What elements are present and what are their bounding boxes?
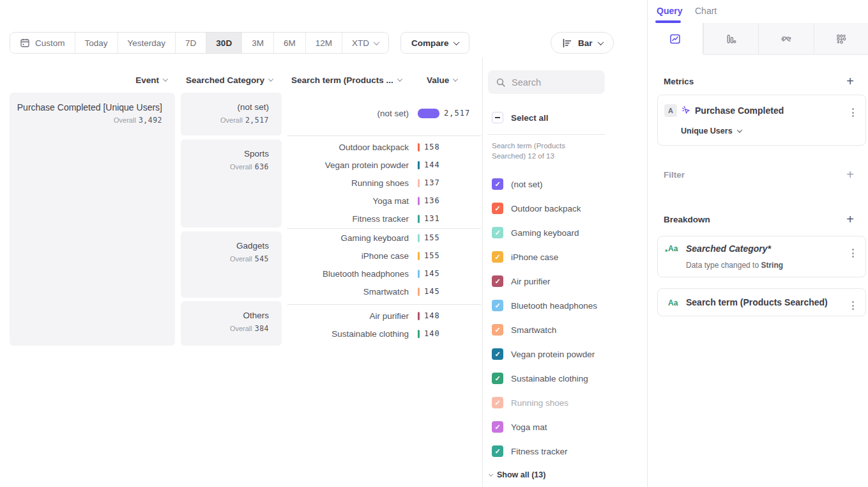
date-range-label: Yesterday: [128, 38, 166, 48]
checkbox[interactable]: ✓: [492, 373, 503, 384]
value-label: 155: [424, 233, 440, 242]
table-row: Smartwatch145: [287, 282, 479, 300]
legend-item[interactable]: ✓iPhone case: [492, 251, 558, 263]
legend-item[interactable]: ✓Smartwatch: [492, 323, 556, 336]
value-label: 145: [424, 287, 440, 296]
metric-event-name[interactable]: Purchase Completed: [695, 105, 784, 116]
date-range-label: Custom: [35, 38, 65, 48]
add-filter-button[interactable]: +: [846, 169, 854, 180]
tab-insights[interactable]: [648, 23, 703, 55]
date-range-30d-selected[interactable]: 30D: [206, 33, 241, 53]
metric-badge: A: [664, 104, 677, 117]
legend-item[interactable]: ✓Running shoes: [492, 396, 568, 409]
date-range-3m[interactable]: 3M: [241, 33, 273, 53]
checkbox[interactable]: ✓: [492, 348, 503, 360]
flows-icon: [780, 33, 793, 45]
legend-item-label: (not set): [511, 180, 543, 189]
search-term-label: Vegan protein powder: [287, 160, 409, 170]
kebab-menu-icon[interactable]: [849, 298, 857, 313]
category-cell: Gadgets Overall545: [181, 231, 282, 298]
legend-item-label: Sustainable clothing: [511, 374, 588, 383]
legend-item-label: Yoga mat: [511, 422, 547, 432]
date-range-7d[interactable]: 7D: [175, 33, 206, 53]
breakdown-card[interactable]: Aa Search term (Products Searched): [657, 288, 866, 316]
select-all-checkbox[interactable]: [492, 112, 503, 123]
column-header-category[interactable]: Searched Category: [181, 74, 273, 86]
check-icon: ✓: [494, 399, 500, 406]
add-breakdown-button[interactable]: +: [846, 213, 854, 225]
search-input[interactable]: [512, 77, 588, 88]
checkbox[interactable]: ✓: [492, 421, 503, 433]
date-range-custom[interactable]: Custom: [10, 33, 75, 53]
checkbox[interactable]: ✓: [492, 300, 503, 311]
checkbox[interactable]: ✓: [492, 251, 503, 263]
column-header-label: Search term (Products ...: [291, 75, 393, 85]
tab-retention[interactable]: [814, 23, 868, 55]
checkbox[interactable]: ✓: [492, 324, 503, 336]
column-header-event[interactable]: Event: [10, 74, 167, 86]
date-range-12m[interactable]: 12M: [305, 33, 342, 53]
chart-type-button[interactable]: Bar: [551, 32, 614, 54]
checkbox[interactable]: ✓: [492, 227, 503, 238]
legend-item[interactable]: ✓(not set): [492, 178, 543, 190]
chevron-down-icon: [373, 39, 379, 45]
table-row: iPhone case155: [287, 247, 479, 265]
bar-chart-icon: [561, 38, 572, 49]
legend-item[interactable]: ✓Outdoor backpack: [492, 202, 581, 215]
measure-dropdown[interactable]: Unique Users: [681, 127, 742, 135]
date-range-xtd[interactable]: XTD: [342, 33, 388, 53]
category-overall: Overall636: [187, 162, 269, 171]
tab-funnels[interactable]: [703, 23, 759, 55]
breakdown-card[interactable]: Aa* Searched Category* Data type changed…: [657, 236, 866, 277]
indeterminate-mark: [495, 117, 500, 118]
checkbox[interactable]: ✓: [492, 203, 503, 214]
table-row: Air purifier148: [287, 307, 479, 325]
checkbox[interactable]: ✓: [492, 445, 503, 457]
legend-item-label: iPhone case: [511, 252, 558, 262]
legend-item[interactable]: ✓Sustainable clothing: [492, 372, 588, 385]
divider: [488, 134, 605, 135]
date-range-yesterday[interactable]: Yesterday: [118, 33, 176, 53]
legend-item[interactable]: ✓Gaming keyboard: [492, 226, 579, 239]
value-bar: [418, 288, 420, 296]
compare-button[interactable]: Compare: [400, 32, 470, 54]
table-row: Yoga mat136: [287, 192, 479, 210]
check-icon: ✓: [494, 327, 500, 334]
checkbox[interactable]: ✓: [492, 275, 503, 287]
kebab-menu-icon[interactable]: [849, 246, 857, 260]
category-overall: Overall2,517: [187, 116, 269, 125]
check-icon: ✓: [494, 302, 500, 309]
metric-card[interactable]: A Purchase Completed Unique Users: [657, 95, 866, 146]
legend-item[interactable]: ✓Vegan protein powder: [492, 348, 595, 360]
kebab-menu-icon[interactable]: [849, 105, 857, 120]
tab-query[interactable]: Query: [657, 6, 682, 16]
tab-flows[interactable]: [758, 23, 814, 55]
tab-chart[interactable]: Chart: [695, 6, 717, 16]
add-metric-button[interactable]: +: [846, 75, 854, 87]
legend-item[interactable]: ✓Bluetooth headphones: [492, 299, 597, 312]
group-divider: [287, 304, 481, 305]
table-row: Sustainable clothing140: [287, 325, 479, 343]
value-label: 148: [424, 311, 440, 320]
column-header-value[interactable]: Value: [427, 74, 457, 86]
date-range-label: 12M: [316, 38, 332, 48]
show-all-button[interactable]: Show all (13): [489, 468, 545, 481]
legend-item-label: Air purifier: [511, 277, 551, 286]
checkbox[interactable]: ✓: [492, 178, 503, 190]
date-range-6m[interactable]: 6M: [273, 33, 305, 53]
date-range-today[interactable]: Today: [75, 33, 118, 53]
compare-label: Compare: [411, 38, 449, 48]
value-bar: [418, 252, 420, 260]
overall-value: 545: [255, 254, 269, 263]
legend-item[interactable]: ✓Air purifier: [492, 275, 551, 288]
category-name: Gadgets: [187, 240, 269, 252]
table-row: Running shoes137: [287, 174, 479, 192]
search-term-label: Smartwatch: [287, 287, 409, 297]
value-bar: [418, 197, 420, 205]
legend-item[interactable]: ✓Yoga mat: [492, 421, 547, 433]
select-all[interactable]: Select all: [492, 111, 549, 124]
chart-type-label: Bar: [578, 38, 593, 48]
legend-item[interactable]: ✓Fitness tracker: [492, 445, 568, 458]
checkbox[interactable]: ✓: [492, 397, 503, 408]
column-header-term[interactable]: Search term (Products ...: [291, 74, 402, 86]
